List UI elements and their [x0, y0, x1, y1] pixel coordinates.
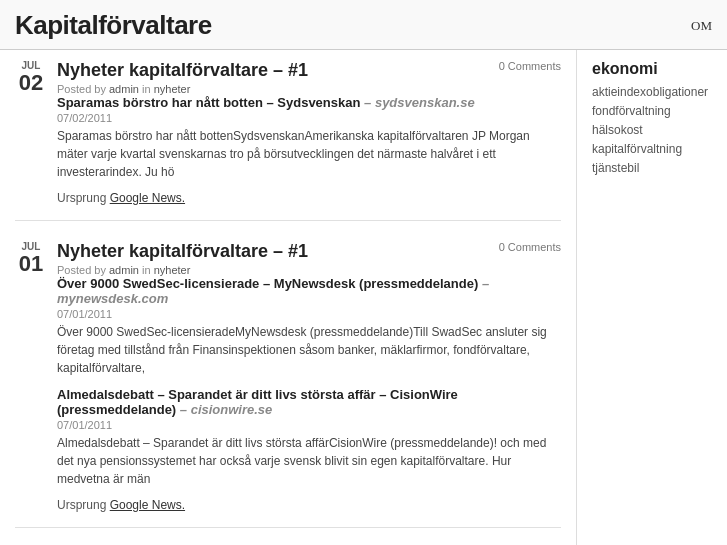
- article-block-0: Sparamas börstro har nått botten – Sydsv…: [57, 95, 561, 181]
- om-link[interactable]: OM: [691, 18, 712, 34]
- post-meta: Posted by admin in nyheter: [57, 264, 489, 276]
- post-title: Nyheter kapitalförvaltare – #1: [57, 60, 489, 81]
- article-excerpt: Sparamas börstro har nått bottenSydsvens…: [57, 127, 561, 181]
- article-title-link[interactable]: Över 9000 SwedSec-licensierade – MyNewsd…: [57, 276, 478, 291]
- article-excerpt: Över 9000 SwedSec-licensieradeMyNewsdesk…: [57, 323, 561, 377]
- article-title: Över 9000 SwedSec-licensierade – MyNewsd…: [57, 276, 561, 306]
- post-meta: Posted by admin in nyheter: [57, 83, 489, 95]
- post-body: Sparamas börstro har nått botten – Sydsv…: [57, 95, 561, 205]
- post-comments[interactable]: 0 Comments: [489, 60, 561, 72]
- post-title-area: Nyheter kapitalförvaltare – #1Posted by …: [57, 60, 489, 95]
- post-top-line: Jul02Nyheter kapitalförvaltare – #1Poste…: [15, 60, 561, 95]
- origin-line: Ursprung Google News.: [57, 191, 561, 205]
- sidebar-section-title: ekonomi: [592, 60, 717, 78]
- sidebar-link-item-4[interactable]: tjänstebil: [592, 160, 717, 176]
- article-block-1: Almedalsdebatt – Sparandet är ditt livs …: [57, 387, 561, 488]
- google-news-link[interactable]: Google News.: [110, 191, 185, 205]
- post-author-link[interactable]: admin: [109, 264, 139, 276]
- date-badge: Jul01: [15, 241, 47, 276]
- article-title: Almedalsdebatt – Sparandet är ditt livs …: [57, 387, 561, 417]
- post-title-area: Nyheter kapitalförvaltare – #1Posted by …: [57, 241, 489, 276]
- sidebar: ekonomi aktieindexobligationerfondförval…: [577, 50, 727, 545]
- post-1: Jul01Nyheter kapitalförvaltare – #1Poste…: [15, 241, 561, 528]
- article-date: 07/01/2011: [57, 308, 561, 320]
- content-wrapper: Jul02Nyheter kapitalförvaltare – #1Poste…: [0, 50, 727, 545]
- post-category-link[interactable]: nyheter: [154, 264, 191, 276]
- article-title: Sparamas börstro har nått botten – Sydsv…: [57, 95, 561, 110]
- comments-link[interactable]: 0 Comments: [499, 60, 561, 72]
- sidebar-link-1[interactable]: fondförvaltning: [592, 104, 671, 118]
- date-badge: Jul02: [15, 60, 47, 95]
- article-excerpt: Almedalsdebatt – Sparandet är ditt livs …: [57, 434, 561, 488]
- sidebar-link-item-3[interactable]: kapitalförvaltning: [592, 141, 717, 157]
- comments-link[interactable]: 0 Comments: [499, 241, 561, 253]
- article-block-0: Över 9000 SwedSec-licensierade – MyNewsd…: [57, 276, 561, 377]
- post-comments[interactable]: 0 Comments: [489, 241, 561, 253]
- date-day: 02: [19, 71, 43, 95]
- sidebar-links: aktieindexobligationerfondförvaltninghäl…: [592, 84, 717, 176]
- article-title-link[interactable]: Sparamas börstro har nått botten – Sydsv…: [57, 95, 360, 110]
- post-top-line: Jul01Nyheter kapitalförvaltare – #1Poste…: [15, 241, 561, 276]
- sidebar-link-item-1[interactable]: fondförvaltning: [592, 103, 717, 119]
- article-source: – sydsvenskan.se: [364, 95, 475, 110]
- post-0: Jul02Nyheter kapitalförvaltare – #1Poste…: [15, 60, 561, 221]
- site-header: Kapitalförvaltare OM: [0, 0, 727, 50]
- sidebar-link-2[interactable]: hälsokost: [592, 123, 643, 137]
- post-body: Över 9000 SwedSec-licensierade – MyNewsd…: [57, 276, 561, 512]
- post-category-link[interactable]: nyheter: [154, 83, 191, 95]
- date-day: 01: [19, 252, 43, 276]
- sidebar-link-4[interactable]: tjänstebil: [592, 161, 639, 175]
- site-title: Kapitalförvaltare: [15, 10, 212, 41]
- post-author-link[interactable]: admin: [109, 83, 139, 95]
- sidebar-link-item-2[interactable]: hälsokost: [592, 122, 717, 138]
- sidebar-link-0[interactable]: aktieindexobligationer: [592, 85, 708, 99]
- sidebar-link-item-0[interactable]: aktieindexobligationer: [592, 84, 717, 100]
- origin-line: Ursprung Google News.: [57, 498, 561, 512]
- google-news-link[interactable]: Google News.: [110, 498, 185, 512]
- article-source: – cisionwire.se: [180, 402, 273, 417]
- sidebar-link-3[interactable]: kapitalförvaltning: [592, 142, 682, 156]
- article-date: 07/01/2011: [57, 419, 561, 431]
- article-date: 07/02/2011: [57, 112, 561, 124]
- post-title: Nyheter kapitalförvaltare – #1: [57, 241, 489, 262]
- main-column: Jul02Nyheter kapitalförvaltare – #1Poste…: [0, 50, 577, 545]
